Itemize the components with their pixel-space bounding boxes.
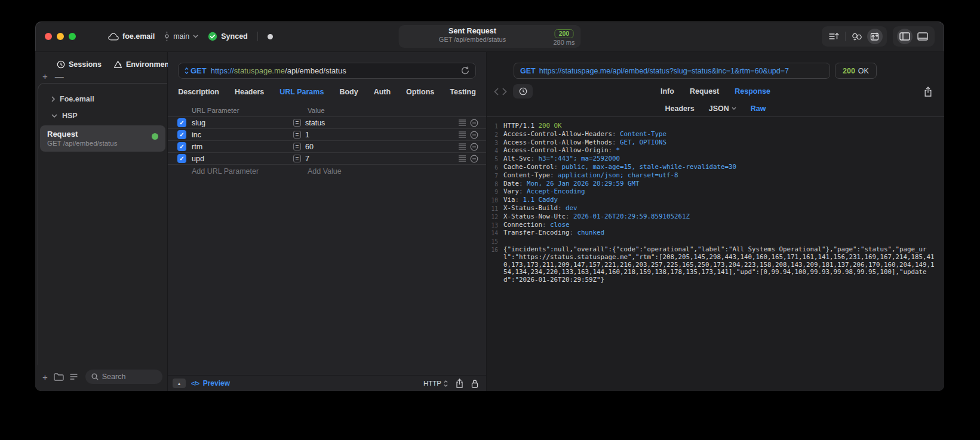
remove-param-button[interactable] <box>470 143 478 151</box>
history-icon <box>57 60 65 69</box>
sidebar-request-item[interactable]: Request GET /api/embed/status <box>40 125 165 152</box>
sync-branches-button[interactable] <box>849 29 865 44</box>
project-switcher[interactable]: foe.email <box>108 32 155 41</box>
reorder-handle-icon[interactable] <box>459 155 466 162</box>
environments-icon <box>113 60 122 69</box>
minimize-window-button[interactable] <box>57 33 64 40</box>
param-row-actions <box>459 143 478 151</box>
remove-param-button[interactable] <box>470 119 478 127</box>
back-button[interactable] <box>494 88 499 96</box>
editor-tab-description[interactable]: Description <box>178 88 219 96</box>
chevron-down-icon <box>193 35 198 38</box>
url-bar[interactable]: GET https://statuspage.me/api/embed/stat… <box>178 63 476 79</box>
line-content: Date: Mon, 26 Jan 2026 20:29:59 GMT <box>503 180 937 189</box>
search-input[interactable] <box>102 373 156 381</box>
zoom-window-button[interactable] <box>69 33 76 40</box>
remove-param-button[interactable] <box>470 131 478 139</box>
viewer-tab-response[interactable]: Response <box>735 87 770 96</box>
branch-name: main <box>173 32 189 41</box>
request-item-title: Request <box>47 130 158 139</box>
line-content <box>503 238 937 246</box>
new-folder-button[interactable] <box>54 373 64 381</box>
line-content: Alt-Svc: h3=":443"; ma=2592000 <box>503 155 937 164</box>
reorder-handle-icon[interactable] <box>459 131 466 138</box>
tab-sessions[interactable]: Sessions <box>57 60 102 69</box>
param-name-field[interactable]: slug <box>192 119 293 127</box>
sidebar: Sessions Environments + — Foe.email HSP <box>35 52 168 391</box>
add-session-button[interactable]: + <box>42 72 48 80</box>
sync-label: Synced <box>221 32 247 41</box>
sync-status[interactable]: Synced <box>208 32 247 41</box>
param-enabled-checkbox[interactable]: ✓ <box>177 118 186 127</box>
share-response-button[interactable] <box>924 87 932 97</box>
params-header-name: URL Parameter <box>192 107 299 114</box>
request-order-button[interactable] <box>826 29 841 44</box>
toggle-left-sidebar-button[interactable] <box>897 29 913 44</box>
method-label[interactable]: GET <box>191 66 207 75</box>
param-value-field[interactable]: 1 <box>305 131 309 139</box>
reorder-handle-icon[interactable] <box>459 119 466 126</box>
history-button[interactable] <box>513 84 533 99</box>
editor-tab-auth[interactable]: Auth <box>374 88 391 96</box>
console-drawer-button[interactable]: ▲ <box>173 379 186 388</box>
url-text[interactable]: https://statuspage.me/api/embed/status <box>211 66 346 75</box>
viewer-subtab-raw[interactable]: Raw <box>751 104 766 113</box>
param-value-field[interactable]: 7 <box>305 155 309 163</box>
git-branch-icon <box>164 32 170 41</box>
export-button[interactable] <box>456 379 463 388</box>
viewer-tab-info[interactable]: Info <box>660 87 674 96</box>
sidebar-left-icon <box>899 32 910 41</box>
response-line: 8Date: Mon, 26 Jan 2026 20:29:59 GMT <box>487 180 937 189</box>
tab-environments[interactable]: Environments <box>113 60 176 69</box>
params-rows: ✓slug=status✓inc=1✓rtm=60✓upd=7 <box>168 116 486 164</box>
tree-group-foe-email[interactable]: Foe.email <box>38 91 167 107</box>
sidebar-search[interactable] <box>85 370 162 384</box>
line-number: 11 <box>487 205 503 213</box>
viewer-subtab-json[interactable]: JSON <box>709 104 736 113</box>
send-receive-button[interactable] <box>867 29 883 44</box>
param-enabled-checkbox[interactable]: ✓ <box>177 130 186 139</box>
param-name-field[interactable]: inc <box>192 131 293 139</box>
param-enabled-checkbox[interactable]: ✓ <box>177 154 186 163</box>
param-name-field[interactable]: upd <box>192 155 293 163</box>
remove-session-button[interactable]: — <box>55 72 64 80</box>
branch-selector[interactable]: main <box>164 32 198 41</box>
editor-tab-testing[interactable]: Testing <box>450 88 476 96</box>
reorder-handle-icon[interactable] <box>459 143 466 150</box>
close-window-button[interactable] <box>45 33 52 40</box>
request-summary-pill[interactable]: Sent Request GET /api/embed/status 200 2… <box>399 25 581 48</box>
viewer-tabs: InfoRequestResponse <box>660 87 770 96</box>
add-param-row[interactable]: Add URL Parameter Add Value <box>168 164 486 177</box>
param-value-field[interactable]: status <box>305 119 325 127</box>
add-param-value[interactable]: Add Value <box>299 167 342 176</box>
preview-button[interactable]: </> Preview <box>191 379 230 387</box>
method-stepper-icon[interactable] <box>185 67 189 74</box>
editor-tab-headers[interactable]: Headers <box>235 88 264 96</box>
param-row: ✓inc=1 <box>168 128 486 140</box>
tree-group-hsp[interactable]: HSP <box>38 107 167 124</box>
viewer-subtab-headers[interactable]: Headers <box>665 104 694 113</box>
lock-button[interactable] <box>471 379 478 388</box>
add-param-name[interactable]: Add URL Parameter <box>192 167 299 176</box>
sync-branches-icon <box>852 32 862 41</box>
param-name-field[interactable]: rtm <box>192 143 293 151</box>
line-number: 12 <box>487 213 503 221</box>
sent-request-url-box[interactable]: GET https://statuspage.me/api/embed/stat… <box>514 63 830 79</box>
editor-tab-url-params[interactable]: URL Params <box>279 88 324 96</box>
list-view-button[interactable] <box>70 373 79 380</box>
editor-tab-body[interactable]: Body <box>339 88 358 96</box>
param-value-field[interactable]: 60 <box>305 143 314 151</box>
param-row: ✓upd=7 <box>168 152 486 164</box>
resend-request-button[interactable] <box>461 66 469 75</box>
viewer-tab-request[interactable]: Request <box>690 87 719 96</box>
tree-group-label: HSP <box>62 112 78 120</box>
add-item-button[interactable]: + <box>42 373 48 381</box>
remove-param-button[interactable] <box>470 155 478 163</box>
forward-button[interactable] <box>502 88 507 96</box>
response-body[interactable]: 1HTTP/1.1 200 OK2Access-Control-Allow-He… <box>487 117 944 391</box>
toggle-bottom-panel-button[interactable] <box>915 29 930 44</box>
list-view-icon <box>70 373 79 380</box>
editor-tab-options[interactable]: Options <box>406 88 434 96</box>
http-version-select[interactable]: HTTP <box>423 380 448 387</box>
param-enabled-checkbox[interactable]: ✓ <box>177 142 186 151</box>
